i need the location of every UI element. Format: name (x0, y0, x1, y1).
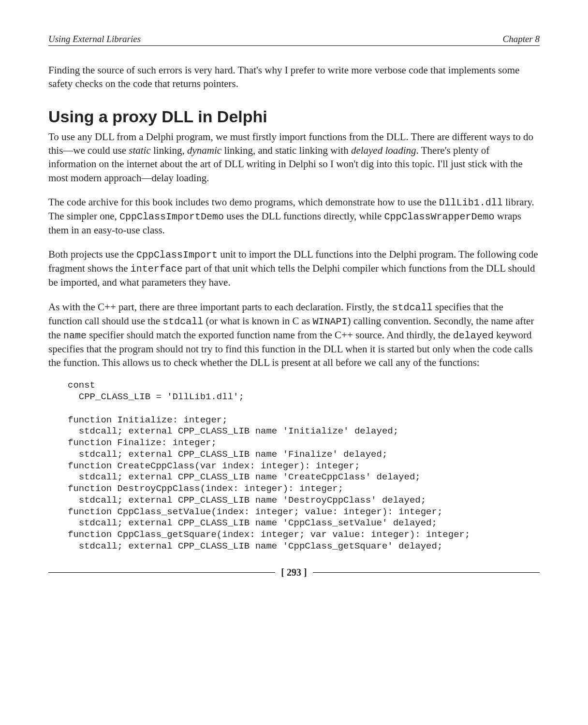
code-winapi: WINAPI (313, 316, 348, 327)
paragraph-4: As with the C++ part, there are three im… (48, 300, 540, 370)
em-dynamic: dynamic (187, 145, 221, 156)
text: specifier should match the exported func… (87, 329, 453, 341)
code-cppclassimportdemo: CppClassImportDemo (119, 211, 224, 222)
paragraph-2: The code archive for this book includes … (48, 195, 540, 237)
text: uses the DLL functions directly, while (224, 210, 384, 222)
em-static: static (129, 145, 151, 156)
code-stdcall: stdcall (392, 302, 432, 313)
header-left: Using External Libraries (48, 34, 141, 45)
page-number: [ 293 ] (281, 567, 307, 578)
paragraph-1: To use any DLL from a Delphi program, we… (48, 130, 540, 185)
footer-rule-right (313, 572, 540, 573)
code-block: const CPP_CLASS_LIB = 'DllLib1.dll'; fun… (68, 380, 540, 552)
text: The code archive for this book includes … (48, 196, 439, 208)
page: Using External Libraries Chapter 8 Findi… (0, 0, 588, 602)
intro-paragraph: Finding the source of such errors is ver… (48, 63, 540, 91)
text: Both projects use the (48, 248, 136, 260)
section-heading: Using a proxy DLL in Delphi (48, 107, 540, 126)
em-delayed-loading: delayed loading (351, 145, 416, 156)
text: linking, (151, 145, 187, 156)
code-delayed: delayed (453, 330, 494, 341)
code-stdcall2: stdcall (162, 316, 203, 327)
text: (or what is known in C as (203, 315, 312, 327)
footer-rule-left (48, 572, 275, 573)
running-header: Using External Libraries Chapter 8 (48, 34, 540, 46)
code-interface: interface (131, 263, 183, 275)
code-cppclassimport: CppClassImport (136, 249, 218, 261)
header-right: Chapter 8 (502, 34, 540, 45)
code-cppclasswrapperdemo: CppClassWrapperDemo (384, 211, 494, 222)
code-name: name (63, 330, 87, 341)
text: As with the C++ part, there are three im… (48, 301, 392, 313)
paragraph-3: Both projects use the CppClassImport uni… (48, 247, 540, 289)
code-dlllib1: DllLib1.dll (439, 197, 503, 208)
page-footer: [ 293 ] (48, 567, 540, 578)
text: linking, and static linking with (221, 145, 351, 156)
